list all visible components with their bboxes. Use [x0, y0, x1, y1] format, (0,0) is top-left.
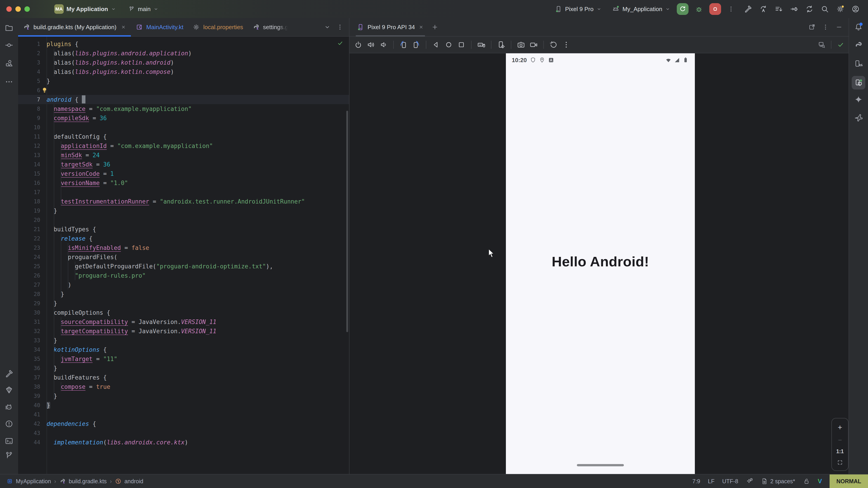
code-line-20[interactable]: 20	[18, 215, 349, 225]
app-insights-icon[interactable]	[854, 113, 863, 122]
code-line-16[interactable]: 16 versionName = "1.0"	[18, 178, 349, 188]
project-icon[interactable]	[4, 24, 13, 33]
ideavim-icon[interactable]: V	[818, 478, 822, 485]
app-inspection-icon[interactable]	[4, 385, 13, 394]
line-number[interactable]: 42	[18, 421, 46, 427]
editor-tab-4[interactable]: settings.g	[248, 18, 293, 36]
editor-tab-1[interactable]: build.gradle.kts (My Application)	[18, 18, 131, 36]
line-number[interactable]: 29	[18, 300, 46, 306]
code-line-39[interactable]: 39 }	[18, 391, 349, 400]
line-separator-widget[interactable]: LF	[708, 478, 715, 485]
code-line-42[interactable]: 42dependencies {	[18, 419, 349, 428]
code-line-37[interactable]: 37 buildFeatures {	[18, 373, 349, 382]
line-number[interactable]: 30	[18, 310, 46, 316]
profile-icon[interactable]	[851, 5, 860, 13]
inspection-status-icon[interactable]	[337, 40, 344, 46]
logcat-icon[interactable]	[4, 403, 13, 412]
reset-icon[interactable]	[549, 40, 558, 49]
code-line-31[interactable]: 31 sourceCompatibility = JavaVersion.VER…	[18, 317, 349, 326]
vim-mode-badge[interactable]: NORMAL	[830, 475, 868, 488]
sync-icon[interactable]	[805, 5, 814, 13]
code-line-4[interactable]: 4 alias(libs.plugins.kotlin.compose)	[18, 67, 349, 76]
code-line-6[interactable]: 6	[18, 86, 349, 95]
code-line-30[interactable]: 30 compileOptions {	[18, 308, 349, 317]
code-line-44[interactable]: 44 implementation(libs.androidx.core.ktx…	[18, 437, 349, 447]
line-number[interactable]: 32	[18, 328, 46, 334]
check-green-icon[interactable]	[837, 41, 844, 48]
run-configuration-selector[interactable]: My_Application	[612, 5, 671, 13]
line-number[interactable]: 44	[18, 439, 46, 446]
code-line-5[interactable]: 5}	[18, 76, 349, 86]
navigation-handle[interactable]	[577, 464, 624, 466]
device-selector[interactable]: Pixel 9 Pro	[555, 5, 602, 13]
vcs-branch-widget[interactable]: main	[128, 5, 159, 13]
line-number[interactable]: 8	[18, 106, 46, 112]
code-line-41[interactable]: 41	[18, 410, 349, 419]
breadcrumb-item[interactable]: build.gradle.kts	[59, 478, 107, 485]
build-hammer-icon[interactable]	[744, 5, 752, 13]
line-number[interactable]: 11	[18, 133, 46, 140]
code-line-12[interactable]: 12 applicationId = "com.example.myapplic…	[18, 141, 349, 151]
minimize-window-button[interactable]	[16, 6, 21, 12]
code-line-33[interactable]: 33 }	[18, 336, 349, 345]
maximize-window-button[interactable]	[24, 6, 30, 12]
code-line-11[interactable]: 11 defaultConfig {	[18, 132, 349, 141]
line-number[interactable]: 21	[18, 226, 46, 232]
add-device-tab-button[interactable]	[431, 24, 438, 31]
screen-record-icon[interactable]	[529, 40, 538, 49]
code-line-3[interactable]: 3 alias(libs.plugins.kotlin.android)	[18, 58, 349, 67]
ai-assistant-status-icon[interactable]	[746, 478, 753, 485]
device-settings-icon[interactable]	[497, 40, 505, 49]
overview-icon[interactable]	[457, 40, 466, 49]
zoom-out-button[interactable]: −	[838, 436, 842, 444]
quickfix-bulb-icon[interactable]	[41, 86, 49, 94]
code-line-15[interactable]: 15 versionCode = 1	[18, 169, 349, 178]
line-number[interactable]: 20	[18, 217, 46, 223]
code-line-21[interactable]: 21 buildTypes {	[18, 225, 349, 234]
code-line-14[interactable]: 14 targetSdk = 36	[18, 160, 349, 169]
code-area[interactable]: 1plugins {2 alias(libs.plugins.android.a…	[18, 37, 349, 447]
line-number[interactable]: 12	[18, 143, 46, 149]
hardware-input-icon[interactable]	[477, 40, 486, 49]
minimize-icon[interactable]	[835, 24, 843, 31]
code-line-32[interactable]: 32 targetCompatibility = JavaVersion.VER…	[18, 326, 349, 336]
line-number[interactable]: 40	[18, 402, 46, 409]
more-vert-icon[interactable]	[822, 24, 829, 31]
apply-code-changes-icon[interactable]	[774, 5, 783, 13]
version-control-icon[interactable]	[4, 451, 13, 460]
write-access-icon[interactable]	[803, 478, 810, 485]
line-number[interactable]: 33	[18, 337, 46, 344]
device-manager-icon[interactable]	[854, 59, 863, 68]
line-number[interactable]: 25	[18, 263, 46, 269]
code-line-10[interactable]: 10	[18, 123, 349, 132]
code-line-18[interactable]: 18 testInstrumentationRunner = "androidx…	[18, 197, 349, 206]
line-number[interactable]: 23	[18, 245, 46, 251]
more-actions-icon[interactable]	[727, 5, 735, 13]
code-line-43[interactable]: 43	[18, 428, 349, 437]
settings-badge-icon[interactable]	[836, 5, 844, 13]
line-number[interactable]: 43	[18, 430, 46, 436]
line-number[interactable]: 15	[18, 170, 46, 177]
line-number[interactable]: 3	[18, 59, 46, 66]
code-line-29[interactable]: 29 }	[18, 299, 349, 308]
code-line-35[interactable]: 35 jvmTarget = "11"	[18, 354, 349, 363]
code-line-8[interactable]: 8 namespace = "com.example.myapplication…	[18, 104, 349, 113]
breadcrumb-item[interactable]: MyApplication	[6, 478, 51, 485]
chevron-down-icon[interactable]	[324, 24, 331, 31]
problems-icon[interactable]	[4, 419, 13, 428]
code-line-1[interactable]: 1plugins {	[18, 39, 349, 48]
stop-button[interactable]	[709, 3, 721, 15]
home-icon[interactable]	[444, 40, 453, 49]
notifications-icon[interactable]	[854, 23, 863, 32]
line-number[interactable]: 10	[18, 124, 46, 131]
open-external-icon[interactable]	[808, 24, 815, 31]
rotate-left-icon[interactable]	[399, 40, 408, 49]
line-number[interactable]: 1	[18, 41, 46, 47]
line-number[interactable]: 26	[18, 272, 46, 279]
line-number[interactable]: 19	[18, 207, 46, 214]
code-line-34[interactable]: 34 kotlinOptions {	[18, 345, 349, 354]
more-vert-icon[interactable]	[336, 24, 344, 31]
zoom-reset-button[interactable]: 1:1	[836, 449, 844, 455]
code-line-28[interactable]: 28 }	[18, 289, 349, 299]
code-line-7[interactable]: 7android {	[18, 95, 349, 104]
